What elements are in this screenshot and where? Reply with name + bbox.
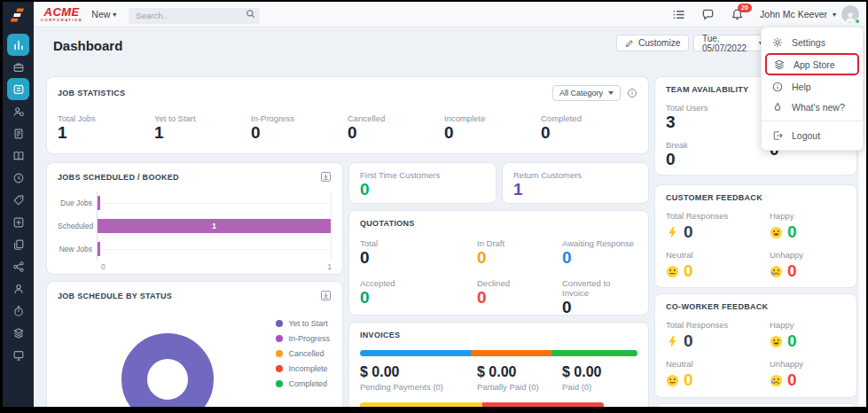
- jobs-by-customer-category-panel: JOBS BY CUSTOMER CATEGORY: [654, 403, 857, 407]
- stat-happy: Happy 0: [770, 211, 846, 242]
- search-icon[interactable]: [246, 9, 255, 19]
- sidebar: [3, 2, 34, 407]
- stat-pending-payments: $ 0.00Pending Payments (0): [360, 364, 477, 392]
- invoices-progress-bar: [360, 350, 637, 356]
- chevron-down-icon: ▾: [113, 11, 116, 19]
- sidebar-item-jobs[interactable]: [7, 56, 29, 78]
- user-menu-trigger[interactable]: John Mc Keever ▾: [760, 5, 859, 23]
- stat-value: 1: [513, 180, 637, 199]
- pages-icon: [12, 238, 25, 251]
- sidebar-item-pricing[interactable]: [7, 189, 29, 211]
- chat-icon[interactable]: [701, 8, 715, 21]
- menu-item-label: What's new?: [792, 102, 845, 113]
- zuper-logo[interactable]: [3, 2, 34, 27]
- sidebar-items: [7, 34, 29, 366]
- stat-quotations-accepted: Accepted0: [360, 278, 477, 317]
- notifications-bell-icon[interactable]: 20: [731, 8, 744, 21]
- download-chart-icon[interactable]: [320, 290, 332, 301]
- user-name: John Mc Keever: [760, 9, 827, 19]
- sidebar-item-customers[interactable]: [7, 100, 29, 122]
- invoices-secondary-bar: [360, 402, 604, 407]
- bar-segment-paid: [551, 350, 637, 356]
- stat-label: First Time Customers: [360, 170, 485, 180]
- stat-cancelled: Cancelled0: [348, 113, 444, 143]
- sidebar-item-assets[interactable]: [7, 211, 29, 233]
- menu-item-whats-new[interactable]: What's new?: [762, 97, 863, 117]
- stat-quotations-awaiting: Awaiting Response0: [562, 238, 637, 268]
- sidebar-item-timesheet[interactable]: [7, 167, 29, 189]
- stat-total-responses: Total Responses 0: [666, 320, 770, 351]
- activity-list-icon[interactable]: [672, 8, 685, 21]
- sidebar-item-service-book[interactable]: [7, 144, 29, 167]
- layers-icon: [12, 327, 25, 339]
- legend-item: In-Progress: [276, 334, 330, 343]
- stat-quotations-total: Total0: [360, 238, 477, 268]
- search-box: [129, 6, 260, 22]
- bar-scheduled: 1: [98, 219, 331, 233]
- acme-logo-subtext: CORPORATION: [41, 19, 82, 22]
- stat-yet-to-start: Yet to Start1: [154, 113, 251, 143]
- sidebar-item-dashboard[interactable]: [7, 34, 29, 56]
- sidebar-item-integrations[interactable]: [7, 255, 29, 277]
- stat-total-responses: Total Responses 0: [666, 211, 770, 242]
- sidebar-item-invoices[interactable]: [7, 122, 29, 144]
- stat-quotations-converted: Converted to Invoice0: [562, 278, 637, 317]
- customize-label: Customize: [638, 38, 680, 48]
- neutral-face-icon: [666, 265, 679, 278]
- lightning-icon: [666, 226, 679, 239]
- info-icon[interactable]: [627, 88, 637, 98]
- sidebar-item-time-off[interactable]: [7, 300, 29, 322]
- tick-label: New Jobs: [58, 245, 97, 253]
- legend-item: Yet to Start: [276, 319, 330, 328]
- bar-new-jobs: [98, 242, 100, 256]
- legend-dot: [276, 380, 283, 387]
- search-input[interactable]: [129, 8, 260, 24]
- menu-divider: [762, 121, 863, 121]
- grid-box-icon: [12, 216, 25, 229]
- customize-button[interactable]: Customize: [616, 35, 689, 51]
- book-icon: [12, 150, 25, 162]
- avatar[interactable]: [841, 5, 859, 23]
- happy-face-icon: [770, 226, 783, 239]
- pencil-icon: [625, 39, 634, 48]
- sidebar-item-team[interactable]: [7, 277, 29, 300]
- menu-item-app-store[interactable]: App Store: [767, 55, 857, 74]
- sidebar-item-reports[interactable]: [7, 233, 29, 255]
- sidebar-item-schedule[interactable]: [7, 78, 29, 100]
- panel-title: JOB STATISTICS: [58, 89, 125, 97]
- user-icon: [12, 283, 25, 295]
- acme-logo[interactable]: ACME CORPORATION: [41, 6, 82, 22]
- layers-icon: [774, 59, 785, 70]
- download-chart-icon[interactable]: [320, 171, 332, 183]
- acme-logo-text: ACME: [41, 6, 82, 18]
- x-tick-max: 1: [327, 262, 332, 271]
- menu-item-logout[interactable]: Logout: [762, 125, 863, 145]
- status-donut-chart: Yet to Start Yet to Start In-Progress Ca…: [58, 301, 332, 407]
- stat-completed: Completed0: [541, 113, 637, 143]
- legend-dot: [276, 335, 283, 342]
- monitor-icon: [12, 349, 25, 362]
- neutral-face-icon: [666, 374, 679, 387]
- menu-item-label: Logout: [792, 130, 820, 141]
- bar-due-jobs: [98, 196, 100, 210]
- gear-icon: [772, 37, 783, 48]
- category-filter-select[interactable]: All Category: [552, 85, 621, 101]
- briefcase-icon: [12, 61, 25, 74]
- chevron-down-icon: ▾: [833, 11, 836, 19]
- menu-item-label: App Store: [794, 59, 835, 70]
- new-label: New: [91, 9, 110, 19]
- stat-quotations-declined: Declined0: [477, 278, 562, 317]
- legend-item: Cancelled: [276, 349, 330, 358]
- legend-item: Completed: [276, 379, 330, 388]
- stat-incomplete: Incomplete0: [444, 113, 541, 143]
- date-picker-button[interactable]: Tue, 05/07/2022 ▾: [693, 35, 771, 51]
- menu-item-settings[interactable]: Settings: [762, 32, 863, 52]
- invoices-panel: INVOICES $ 0.00Pending Payments (0) $ 0.…: [348, 322, 649, 407]
- bar-segment-yellow: [360, 402, 482, 407]
- chart-row-scheduled: Scheduled 1: [58, 214, 332, 238]
- menu-item-help[interactable]: Help: [762, 76, 863, 97]
- sidebar-item-devices[interactable]: [7, 344, 29, 366]
- legend-dot: [276, 320, 283, 327]
- new-dropdown-button[interactable]: New ▾: [91, 9, 116, 19]
- sidebar-item-app-store[interactable]: [7, 322, 29, 344]
